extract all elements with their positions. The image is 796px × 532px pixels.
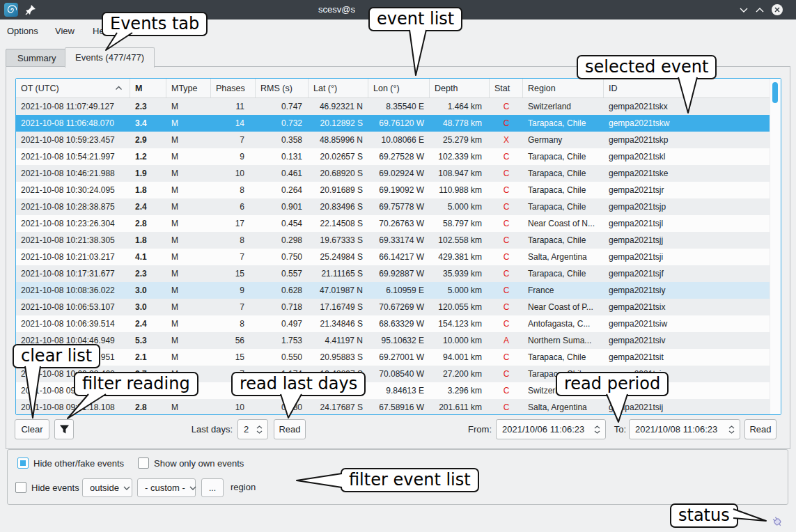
spinner-arrows-icon[interactable] (591, 425, 605, 434)
read-last-days-button[interactable]: Read (274, 419, 306, 439)
scrollbar-thumb[interactable] (772, 82, 778, 103)
table-row[interactable]: 2021-10-08 10:28:38.8752.4M60.90120.8349… (16, 198, 770, 215)
cell-lon: 69.75778 W (368, 202, 430, 212)
minimize-button[interactable] (737, 3, 751, 17)
cell-region: Germany (523, 135, 604, 145)
cell-m: 1.9 (130, 169, 166, 178)
cell-rms: 1.753 (256, 336, 309, 345)
cell-phases: 8 (211, 185, 256, 195)
cell-mtype: M (166, 302, 211, 312)
cell-depth: 35.939 km (430, 269, 490, 279)
column-header-id[interactable]: ID (604, 79, 781, 97)
column-header-ot[interactable]: OT (UTC) (16, 79, 130, 97)
cell-lon: 95.10632 E (368, 336, 430, 345)
cell-depth: 201.611 km (430, 402, 490, 412)
cell-m: 4.1 (130, 252, 166, 262)
region-preset-dropdown[interactable]: - custom - (137, 478, 196, 497)
table-row[interactable]: 2021-10-08 10:54:21.9971.2M90.13120.0265… (16, 148, 770, 165)
filter-reading-button[interactable] (54, 419, 74, 439)
cell-lon: 69.76120 W (368, 118, 430, 128)
table-row[interactable]: 2021-10-08 10:17:31.6772.3M150.55721.111… (16, 265, 770, 282)
cell-id: gempa2021tsjl (604, 219, 770, 228)
seiscomp-app-icon[interactable] (4, 3, 18, 17)
column-header-rms[interactable]: RMS (s) (256, 79, 309, 97)
cell-phases: 7 (211, 135, 256, 145)
maximize-button[interactable] (753, 3, 767, 17)
clear-button[interactable]: Clear (15, 419, 49, 439)
column-header-stat[interactable]: Stat (490, 79, 523, 97)
cell-lon: 6.10959 E (368, 285, 430, 295)
cell-rms: 0.550 (256, 352, 309, 362)
from-datetime-field[interactable]: 2021/10/06 11:06:23 (496, 419, 606, 439)
column-header-m[interactable]: M (130, 79, 166, 97)
cell-mtype: M (166, 269, 211, 279)
vertical-scrollbar[interactable] (770, 79, 781, 414)
cell-depth: 94.001 km (430, 352, 490, 362)
table-row[interactable]: 2021-10-08 10:08:36.0223.0M90.62847.0198… (16, 282, 770, 299)
tab-summary[interactable]: Summary (6, 49, 68, 68)
cell-rms: 0.901 (256, 202, 309, 212)
table-row[interactable]: 2021-10-08 10:23:26.3042.8M170.45422.145… (16, 215, 770, 232)
cell-stat: C (490, 302, 523, 312)
cell-depth: 5.000 km (430, 285, 490, 295)
table-row[interactable]: 2021-10-08 10:06:39.5142.4M80.49721.3484… (16, 315, 770, 332)
cell-phases: 15 (211, 352, 256, 362)
table-row[interactable]: 2021-10-08 10:30:24.0951.8M80.26420.9168… (16, 182, 770, 198)
cell-mtype: M (166, 336, 211, 345)
cell-ot: 2021-10-08 10:30:24.095 (16, 185, 130, 195)
cell-id: gempa2021tskl (604, 152, 770, 162)
table-row[interactable]: 2021-10-08 10:21:38.3051.8M80.29819.6733… (16, 232, 770, 249)
last-days-spinbox[interactable]: 2 (237, 419, 268, 439)
callout-clear-list: clear list (13, 344, 100, 368)
cell-m: 2.4 (130, 319, 166, 329)
cell-lat: 20.83496 S (309, 202, 368, 212)
tab-events[interactable]: Events (477/477) (65, 47, 155, 68)
table-header-row: OT (UTC)MMTypePhasesRMS (s)Lat (°)Lon (°… (16, 79, 781, 98)
table-row[interactable]: 2021-10-08 10:02:43.9512.1M150.55020.958… (16, 349, 770, 366)
cell-lon: 68.63329 W (368, 319, 430, 329)
column-header-mtype[interactable]: MType (166, 79, 211, 97)
table-row[interactable]: 2021-10-08 10:46:21.9881.9M100.46120.689… (16, 165, 770, 182)
cell-depth: 27.200 km (430, 369, 490, 379)
table-row[interactable]: 2021-10-08 09:51:18.1082.8M100.28024.176… (16, 399, 770, 414)
hide-events-scope-dropdown[interactable]: outside (82, 478, 132, 497)
cell-region: Tarapaca, Chile (523, 118, 604, 128)
cell-phases: 7 (211, 252, 256, 262)
menu-options[interactable]: Options (7, 19, 38, 43)
cell-region: Antofagasta, C... (523, 319, 604, 329)
column-header-lon[interactable]: Lon (°) (368, 79, 430, 97)
cell-depth: 102.339 km (430, 152, 490, 162)
connection-status-icon[interactable] (770, 514, 784, 529)
column-header-lat[interactable]: Lat (°) (309, 79, 368, 97)
spinner-arrows-icon[interactable] (253, 425, 267, 434)
cell-lon: 69.27528 W (368, 152, 430, 162)
cell-lat: 25.24984 S (309, 252, 368, 262)
cell-stat: C (490, 252, 523, 262)
column-header-phases[interactable]: Phases (211, 79, 256, 97)
table-row[interactable]: 2021-10-08 11:06:48.0703.4M140.73220.128… (16, 115, 770, 132)
table-row[interactable]: 2021-10-08 10:59:23.4572.9M70.35848.8599… (16, 132, 770, 148)
to-datetime-field[interactable]: 2021/10/08 11:06:23 (629, 419, 740, 439)
column-header-region[interactable]: Region (523, 79, 604, 97)
cell-rms: 0.461 (256, 169, 309, 178)
table-row[interactable]: 2021-10-08 11:07:49.1272.3M110.74746.923… (16, 98, 770, 115)
read-period-button[interactable]: Read (744, 419, 777, 439)
spinner-arrows-icon[interactable] (726, 425, 740, 434)
cell-lon: 70.08540 W (368, 369, 430, 379)
cell-mtype: M (166, 118, 211, 128)
menu-view[interactable]: View (55, 19, 75, 43)
cell-rms: 0.298 (256, 235, 309, 245)
cell-id: gempa2021tsjj (604, 235, 770, 245)
pin-icon[interactable] (25, 4, 36, 15)
table-row[interactable]: 2021-10-08 10:04:46.9495.3M561.7534.4119… (16, 332, 770, 349)
cell-phases: 8 (211, 235, 256, 245)
cell-rms: 0.750 (256, 252, 309, 262)
cell-depth: 102.558 km (430, 235, 490, 245)
table-row[interactable]: 2021-10-08 10:06:53.1073.0M70.71817.1674… (16, 299, 770, 315)
cell-mtype: M (166, 169, 211, 178)
cell-ot: 2021-10-08 10:21:03.217 (16, 252, 130, 262)
table-row[interactable]: 2021-10-08 10:21:03.2174.1M70.75025.2498… (16, 249, 770, 265)
region-more-button[interactable]: ... (201, 478, 224, 497)
column-header-depth[interactable]: Depth (430, 79, 490, 97)
close-button[interactable] (770, 3, 784, 17)
